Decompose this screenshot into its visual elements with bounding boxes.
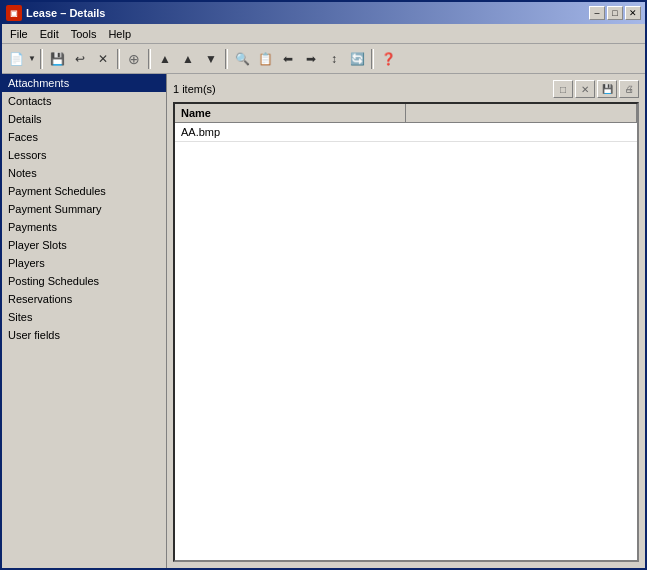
search-button[interactable]: 🔍: [231, 48, 253, 70]
title-bar: ▣ Lease – Details – □ ✕: [2, 2, 645, 24]
copy-button[interactable]: 📋: [254, 48, 276, 70]
back-button[interactable]: ⬅: [277, 48, 299, 70]
sidebar: Attachments Contacts Details Faces Lesso…: [2, 74, 167, 568]
main-window: ▣ Lease – Details – □ ✕ File Edit Tools …: [0, 0, 647, 570]
view-button[interactable]: □: [553, 80, 573, 98]
attach-button[interactable]: ⊕: [123, 48, 145, 70]
maximize-button[interactable]: □: [607, 6, 623, 20]
sidebar-item-payment-schedules[interactable]: Payment Schedules: [2, 182, 166, 200]
attachment-extra: [406, 123, 637, 141]
window-controls: – □ ✕: [589, 6, 641, 20]
sidebar-item-reservations[interactable]: Reservations: [2, 290, 166, 308]
refresh-button[interactable]: 🔄: [346, 48, 368, 70]
sidebar-item-faces[interactable]: Faces: [2, 128, 166, 146]
toolbar-sep-4: [225, 49, 228, 69]
table-header: Name: [175, 104, 637, 123]
menu-tools[interactable]: Tools: [65, 26, 103, 42]
column-header-extra: [406, 104, 637, 122]
sidebar-item-player-slots[interactable]: Player Slots: [2, 236, 166, 254]
sidebar-item-payments[interactable]: Payments: [2, 218, 166, 236]
sidebar-item-contacts[interactable]: Contacts: [2, 92, 166, 110]
content-actions: □ ✕ 💾 🖨: [553, 80, 639, 98]
print-button[interactable]: 🖨: [619, 80, 639, 98]
table-row[interactable]: AA.bmp: [175, 123, 637, 142]
menu-help[interactable]: Help: [102, 26, 137, 42]
forward-button[interactable]: ➡: [300, 48, 322, 70]
move-next-button[interactable]: ▼: [200, 48, 222, 70]
sidebar-item-details[interactable]: Details: [2, 110, 166, 128]
sidebar-item-payment-summary[interactable]: Payment Summary: [2, 200, 166, 218]
sidebar-item-lessors[interactable]: Lessors: [2, 146, 166, 164]
help-button[interactable]: ❓: [377, 48, 399, 70]
cancel-button[interactable]: ✕: [92, 48, 114, 70]
move-first-button[interactable]: ▲: [154, 48, 176, 70]
content-status-bar: 1 item(s) □ ✕ 💾 🖨: [173, 80, 639, 98]
menu-bar: File Edit Tools Help: [2, 24, 645, 44]
window-title: Lease – Details: [26, 7, 589, 19]
sidebar-item-user-fields[interactable]: User fields: [2, 326, 166, 344]
content-panel: 1 item(s) □ ✕ 💾 🖨 Name AA.bmp: [167, 74, 645, 568]
menu-file[interactable]: File: [4, 26, 34, 42]
toolbar-sep-3: [148, 49, 151, 69]
sidebar-item-notes[interactable]: Notes: [2, 164, 166, 182]
minimize-button[interactable]: –: [589, 6, 605, 20]
app-icon: ▣: [6, 5, 22, 21]
save-button[interactable]: 💾: [46, 48, 68, 70]
toolbar-sep-5: [371, 49, 374, 69]
new-dropdown-button[interactable]: ▼: [27, 48, 37, 70]
sidebar-item-posting-schedules[interactable]: Posting Schedules: [2, 272, 166, 290]
new-button[interactable]: 📄: [6, 48, 26, 70]
close-button[interactable]: ✕: [625, 6, 641, 20]
export-button[interactable]: 💾: [597, 80, 617, 98]
delete-button[interactable]: ✕: [575, 80, 595, 98]
sidebar-item-attachments[interactable]: Attachments: [2, 74, 166, 92]
items-count: 1 item(s): [173, 83, 216, 95]
attachments-table: Name AA.bmp: [173, 102, 639, 562]
toolbar: 📄 ▼ 💾 ↩ ✕ ⊕ ▲ ▲ ▼ 🔍 📋 ⬅ ➡ ↕ 🔄 ❓: [2, 44, 645, 74]
sort-button[interactable]: ↕: [323, 48, 345, 70]
sidebar-item-players[interactable]: Players: [2, 254, 166, 272]
toolbar-sep-1: [40, 49, 43, 69]
column-header-name: Name: [175, 104, 406, 122]
menu-edit[interactable]: Edit: [34, 26, 65, 42]
attachment-name: AA.bmp: [175, 123, 406, 141]
undo-button[interactable]: ↩: [69, 48, 91, 70]
sidebar-item-sites[interactable]: Sites: [2, 308, 166, 326]
main-content: Attachments Contacts Details Faces Lesso…: [2, 74, 645, 568]
move-prev-button[interactable]: ▲: [177, 48, 199, 70]
toolbar-sep-2: [117, 49, 120, 69]
